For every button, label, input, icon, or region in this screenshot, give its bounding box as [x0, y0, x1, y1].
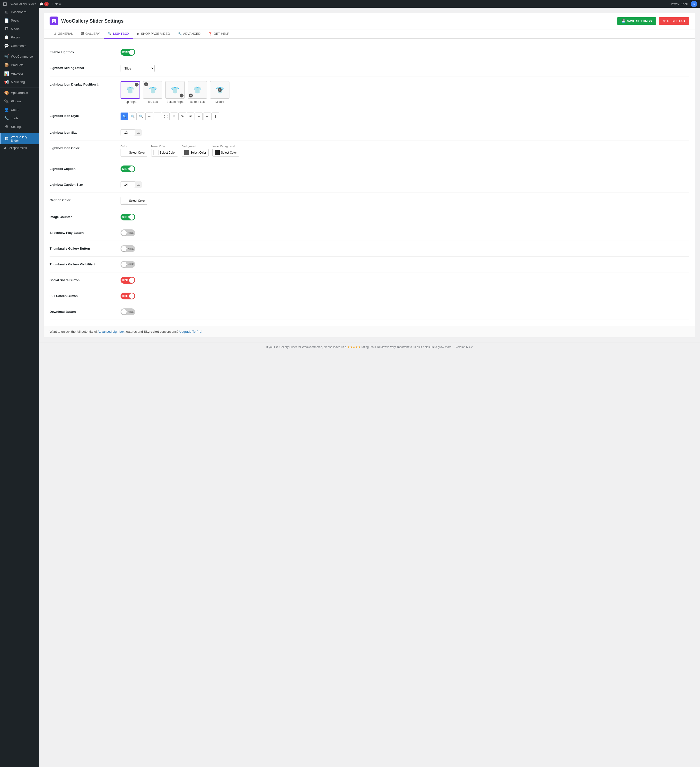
upgrade-pro-link[interactable]: Upgrade To Pro!: [179, 330, 202, 333]
position-top-right-item[interactable]: 👕 ⚙ Top Right: [121, 81, 140, 103]
sidebar-item-products[interactable]: 📦 Products: [0, 61, 39, 69]
icon-position-info-icon[interactable]: ℹ: [97, 83, 99, 86]
sidebar-item-dashboard[interactable]: ⊞ Dashboard: [0, 8, 39, 16]
icon-style-btn-0[interactable]: 🔍: [121, 113, 128, 120]
marketing-icon: 📢: [4, 80, 9, 84]
color-picker-btn-0[interactable]: Select Color: [121, 149, 147, 156]
sidebar-item-woocommerce[interactable]: 🛒 WooCommerce: [0, 52, 39, 61]
thumbnails-visibility-info-icon[interactable]: ℹ: [94, 263, 95, 266]
enable-lightbox-toggle[interactable]: ENABLED: [121, 49, 135, 56]
icon-size-input[interactable]: [121, 129, 135, 136]
position-bottom-left-item[interactable]: 👕 ⚙ Bottom Left: [188, 81, 207, 103]
thumbnails-button-toggle[interactable]: HIDE: [121, 245, 135, 252]
caption-color-picker-btn[interactable]: Select Color: [121, 197, 147, 205]
icon-position-row: Lightbox Icon Display Position ℹ 👕 ⚙ Top…: [49, 77, 689, 108]
settings-wrap: 🖼 WooGallery Slider Settings 💾 SAVE SETT…: [44, 13, 695, 337]
icon-position-control: 👕 ⚙ Top Right 👕 ⚙ Top Left: [121, 81, 689, 103]
caption-size-input[interactable]: [121, 181, 135, 188]
tab-gethelp[interactable]: ❓ GET HELP: [204, 29, 233, 39]
icon-style-btn-2[interactable]: 🔍: [137, 113, 145, 120]
dot-top-right: ⚙: [135, 83, 138, 86]
sidebar-item-media[interactable]: 🖼 Media: [0, 25, 39, 33]
caption-toggle-knob: [129, 166, 134, 172]
social-share-toggle-knob: [129, 277, 134, 283]
position-top-left-item[interactable]: 👕 ⚙ Top Left: [143, 81, 162, 103]
position-bottom-right-box: 👕 ⚙: [165, 81, 185, 99]
media-icon: 🖼: [4, 27, 9, 31]
site-name-link[interactable]: WooGallery Slider: [10, 2, 36, 6]
slideshow-play-control: HIDE: [121, 229, 689, 236]
download-toggle[interactable]: HIDE: [121, 309, 135, 315]
comments-link[interactable]: 💬 0: [39, 2, 49, 6]
icon-style-btn-1[interactable]: 🔍: [129, 113, 137, 120]
icon-size-unit: px: [135, 129, 142, 136]
slideshow-play-toggle-label: HIDE: [128, 232, 134, 234]
admin-sidebar: ⊞ Dashboard 📄 Posts 🖼 Media 📋 Pages 💬 Co…: [0, 8, 39, 767]
collapse-menu[interactable]: ◀ Collapse menu: [0, 144, 39, 152]
thumbnails-button-control: HIDE: [121, 245, 689, 252]
icon-style-btn-6[interactable]: ✕: [170, 113, 178, 120]
fullscreen-toggle[interactable]: HIDE: [121, 293, 135, 299]
icon-color-group-3: Hover Background Select Color: [212, 145, 239, 156]
icon-style-btn-4[interactable]: ⛶: [154, 113, 161, 120]
social-share-control: HIDE: [121, 277, 689, 283]
sidebar-item-pages[interactable]: 📋 Pages: [0, 33, 39, 41]
color-picker-btn-2[interactable]: Select Color: [182, 149, 208, 156]
sidebar-item-plugins[interactable]: 🔌 Plugins: [0, 97, 39, 105]
enable-lightbox-label: Enable Lightbox: [49, 49, 113, 54]
sidebar-item-woogallery[interactable]: 🖼 WooGallery Slider: [0, 133, 39, 144]
position-middle-item[interactable]: 👕 ⚙ Middle: [210, 81, 229, 103]
color-picker-btn-1[interactable]: Select Color: [151, 149, 178, 156]
sidebar-item-marketing[interactable]: 📢 Marketing: [0, 78, 39, 86]
position-bottom-right-item[interactable]: 👕 ⚙ Bottom Right: [165, 81, 185, 103]
position-top-right-label: Top Right: [124, 100, 137, 103]
new-content-link[interactable]: + New: [52, 2, 61, 6]
sidebar-item-appearance[interactable]: 🎨 Appearance: [0, 89, 39, 97]
save-settings-button[interactable]: 💾 SAVE SETTINGS: [617, 17, 656, 25]
caption-toggle[interactable]: SHOW: [121, 165, 135, 172]
icon-style-btn-10[interactable]: +: [203, 113, 211, 120]
icon-style-btn-3[interactable]: ✏: [145, 113, 153, 120]
sliding-effect-select[interactable]: Slide Fade Zoom None: [121, 65, 154, 72]
caption-size-unit: px: [135, 181, 142, 188]
sidebar-item-tools[interactable]: 🔧 Tools: [0, 114, 39, 123]
fullscreen-control: HIDE: [121, 293, 689, 299]
image-counter-toggle[interactable]: SHOW: [121, 213, 135, 220]
caption-size-input-wrap: px: [121, 181, 689, 188]
advanced-lightbox-link[interactable]: Advanced Lightbox: [98, 330, 125, 333]
image-counter-row: Image Counter SHOW: [49, 209, 689, 225]
tab-shopvideo[interactable]: ▶ SHOP PAGE VIDEO: [133, 29, 174, 39]
tab-advanced[interactable]: 🔧 ADVANCED: [174, 29, 204, 39]
wp-logo-icon[interactable]: ⊞: [3, 1, 7, 7]
social-share-label: Social Share Button: [49, 277, 113, 282]
icon-style-btn-11[interactable]: ℹ: [212, 113, 219, 120]
admin-bar: ⊞ WooGallery Slider 💬 0 + New Howdy, Kha…: [0, 0, 700, 8]
plugin-header: 🖼 WooGallery Slider Settings 💾 SAVE SETT…: [44, 13, 695, 29]
gethelp-tab-icon: ❓: [208, 32, 212, 35]
icon-style-btn-7[interactable]: 👁: [178, 113, 186, 120]
position-middle-label: Middle: [215, 100, 224, 103]
slideshow-play-toggle[interactable]: HIDE: [121, 229, 135, 236]
howdy-link[interactable]: Howdy, Khalil: [669, 2, 688, 6]
sidebar-item-comments[interactable]: 💬 Comments: [0, 41, 39, 50]
sidebar-item-analytics[interactable]: 📊 Analytics: [0, 69, 39, 78]
sidebar-item-posts[interactable]: 📄 Posts: [0, 16, 39, 25]
icon-style-btn-5[interactable]: ⛶: [162, 113, 170, 120]
caption-color-btn-label: Select Color: [129, 199, 145, 202]
icon-style-btn-8[interactable]: 👁: [187, 113, 194, 120]
tab-gallery[interactable]: 🖼 GALLERY: [77, 29, 104, 39]
thumbnails-visibility-toggle[interactable]: HIDE: [121, 261, 135, 268]
reset-tab-button[interactable]: ↺ RESET TAB: [659, 17, 689, 25]
color-picker-btn-3[interactable]: Select Color: [212, 149, 239, 156]
social-share-toggle[interactable]: HIDE: [121, 277, 135, 283]
tab-general[interactable]: ⚙ GENERAL: [49, 29, 77, 39]
caption-label: Lightbox Caption: [49, 165, 113, 170]
sidebar-item-settings[interactable]: ⚙ Settings: [0, 123, 39, 131]
sliding-effect-row: Lightbox Sliding Effect Slide Fade Zoom …: [49, 60, 689, 77]
tab-lightbox[interactable]: 🔍 LIGHTBOX: [104, 29, 133, 39]
sidebar-item-users[interactable]: 👤 Users: [0, 105, 39, 114]
color-btn-label-3: Select Color: [221, 151, 237, 154]
icon-size-control: px: [121, 129, 689, 136]
icon-color-group-2: Background Select Color: [182, 145, 208, 156]
icon-style-btn-9[interactable]: +: [195, 113, 203, 120]
